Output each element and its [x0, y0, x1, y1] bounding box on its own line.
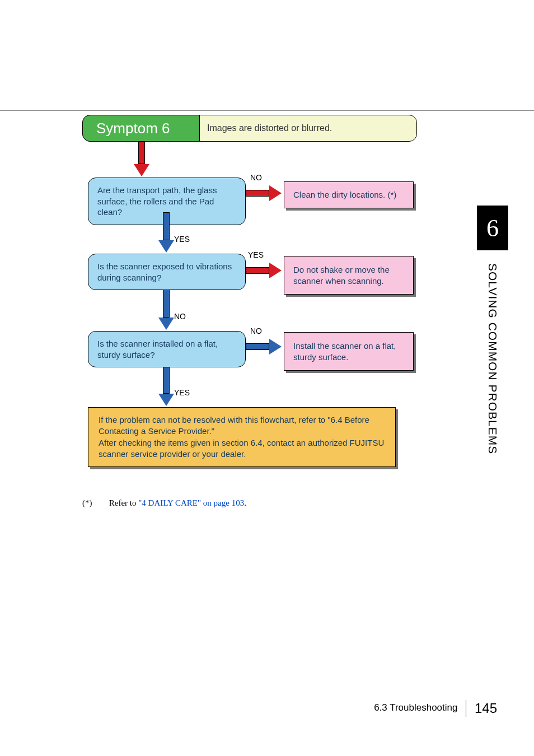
- arrow-label-yes: YES: [248, 250, 264, 259]
- arrow-label-yes: YES: [174, 235, 190, 244]
- footnote-suffix: .: [244, 498, 246, 507]
- footer-separator: [466, 700, 466, 717]
- decision-text: Are the transport path, the glass surfac…: [97, 185, 217, 217]
- symptom-label: Symptom 6: [96, 120, 170, 137]
- arrow-label-no: NO: [250, 326, 262, 335]
- decision-q2: Is the scanner exposed to vibrations dur…: [88, 254, 246, 290]
- arrow-label-yes: YES: [174, 388, 190, 397]
- chapter-number: 6: [486, 214, 499, 242]
- footnote-prefix: Refer to: [109, 498, 138, 507]
- arrow-label-no: NO: [174, 312, 186, 321]
- action-a1: Clean the dirty locations. (*): [284, 181, 414, 208]
- action-a3: Install the scanner on a flat, sturdy su…: [284, 332, 414, 371]
- action-text: Install the scanner on a flat, sturdy su…: [293, 341, 396, 362]
- footnote: (*) Refer to "4 DAILY CARE" on page 103.: [82, 498, 246, 508]
- action-a2: Do not shake or move the scanner when sc…: [284, 256, 414, 295]
- action-text: Do not shake or move the scanner when sc…: [293, 265, 390, 286]
- symptom-description: Images are distorted or blurred.: [207, 115, 332, 141]
- footnote-marker: (*): [82, 498, 107, 508]
- page-number: 145: [475, 701, 497, 716]
- arrow-label-no: NO: [250, 173, 262, 182]
- terminal-line1: If the problem can not be resolved with …: [99, 414, 385, 437]
- chapter-title: SOLVING COMMON PROBLEMS: [486, 263, 499, 454]
- terminal-box: If the problem can not be resolved with …: [88, 407, 396, 467]
- footnote-link[interactable]: "4 DAILY CARE" on page 103: [138, 498, 244, 507]
- page-footer: 6.3 Troubleshooting 145: [374, 700, 497, 717]
- flowchart-area: Symptom 6 Images are distorted or blurre…: [82, 115, 419, 142]
- decision-text: Is the scanner exposed to vibrations dur…: [97, 262, 232, 282]
- terminal-line2: After checking the items given in sectio…: [99, 437, 385, 460]
- header-rule: [0, 110, 534, 111]
- action-text: Clean the dirty locations. (*): [293, 189, 396, 200]
- symptom-badge: Symptom 6: [82, 115, 200, 142]
- decision-q3: Is the scanner installed on a flat, stur…: [88, 331, 246, 367]
- footer-section: 6.3 Troubleshooting: [374, 702, 457, 713]
- chapter-tab: 6: [477, 206, 508, 250]
- decision-text: Is the scanner installed on a flat, stur…: [97, 339, 218, 360]
- symptom-header: Symptom 6 Images are distorted or blurre…: [82, 115, 417, 142]
